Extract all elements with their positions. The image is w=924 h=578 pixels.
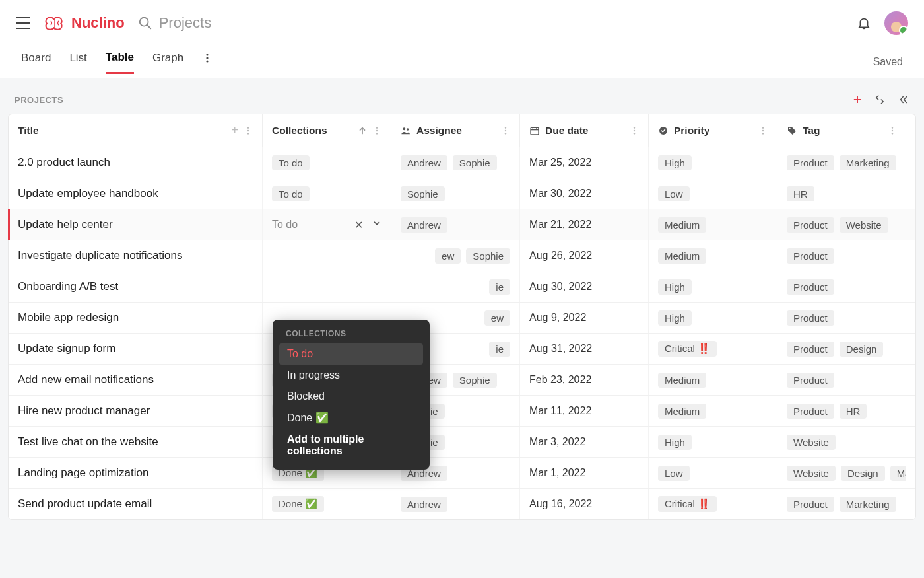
dropdown-add-multiple[interactable]: Add to multiple collections [279,429,423,462]
column-priority-menu[interactable] [758,126,768,135]
cell-priority[interactable]: High [649,303,777,333]
column-priority[interactable]: Priority [649,114,777,147]
cell-tags[interactable]: Product [777,303,906,333]
cell-tags[interactable]: ProductHR [777,396,906,426]
collapse-toggle-button[interactable] [874,94,886,106]
user-avatar[interactable] [884,11,908,35]
cell-collection[interactable]: To do [263,178,391,209]
table-row[interactable]: Update employee handbookTo doSophieMar 3… [9,178,915,209]
column-title[interactable]: Title + [9,114,263,147]
cell-priority[interactable]: Medium [649,365,777,395]
cell-tags[interactable]: ProductMarketing [777,489,906,519]
table-row[interactable]: Send product update emailDoneAndrewAug 1… [9,489,915,519]
table-row[interactable]: Update help centerTo do✕AndrewMar 21, 20… [9,209,915,240]
dropdown-option-done[interactable]: Done ✅ [279,407,423,429]
app-logo[interactable]: Nuclino [44,15,125,32]
cell-assignee[interactable]: Sophie [391,178,520,209]
column-assignee[interactable]: Assignee [391,114,520,147]
cell-tags[interactable]: Product [777,271,906,302]
cell-tags[interactable]: Product [777,365,906,395]
tab-table[interactable]: Table [106,51,134,74]
column-title-menu[interactable] [244,126,253,135]
column-due-date[interactable]: Due date [520,114,649,147]
cell-title[interactable]: Update help center [9,209,263,240]
cell-title[interactable]: Onboarding A/B test [9,271,263,302]
tab-list[interactable]: List [69,52,86,73]
cell-tags[interactable]: ProductWebsite [777,209,906,240]
cell-title[interactable]: Send product update email [9,489,263,519]
tab-board[interactable]: Board [21,52,51,73]
table-row[interactable]: Hire new product managerBlockedSophieMar… [9,396,915,427]
cell-priority[interactable]: High [649,147,777,178]
cell-priority[interactable]: High [649,271,777,302]
cell-title[interactable]: Update employee handbook [9,178,263,209]
cell-tags[interactable]: ProductMarketing [777,147,906,178]
cell-assignee[interactable]: ie [391,271,520,302]
cell-collection[interactable]: To do [263,147,391,178]
cell-priority[interactable]: Low [649,178,777,209]
cell-title[interactable]: Mobile app redesign [9,303,263,333]
dropdown-option-todo[interactable]: To do [279,343,423,365]
cell-title[interactable]: Investigate duplicate notifications [9,240,263,271]
cell-assignee[interactable]: AndrewSophie [391,147,520,178]
cell-priority[interactable]: Low [649,458,777,488]
cell-priority[interactable]: Medium [649,396,777,426]
cell-due-date[interactable]: Mar 21, 2022 [520,209,649,240]
column-assignee-menu[interactable] [501,126,510,135]
cell-title[interactable]: Add new email notifications [9,365,263,395]
cell-assignee[interactable]: Andrew [391,489,520,519]
column-tag[interactable]: Tag [777,114,906,147]
cell-priority[interactable]: Medium [649,209,777,240]
collections-dropdown[interactable]: COLLECTIONS To do In progress Blocked Do… [273,320,430,470]
cell-due-date[interactable]: Feb 23, 2022 [520,365,649,395]
cell-due-date[interactable]: Mar 25, 2022 [520,147,649,178]
cell-due-date[interactable]: Mar 30, 2022 [520,178,649,209]
cell-title[interactable]: 2.0 product launch [9,147,263,178]
cell-due-date[interactable]: Aug 26, 2022 [520,240,649,271]
clear-button[interactable]: ✕ [354,219,363,231]
cell-title[interactable]: Test live chat on the website [9,427,263,457]
sort-asc-icon[interactable] [358,126,367,135]
cell-due-date[interactable]: Mar 1, 2022 [520,458,649,488]
column-collections-menu[interactable] [372,126,381,135]
cell-due-date[interactable]: Aug 30, 2022 [520,271,649,302]
add-column-button[interactable]: + [231,124,238,137]
tab-graph[interactable]: Graph [152,52,183,73]
cell-tags[interactable]: WebsiteDesignMark [777,458,906,488]
open-dropdown-button[interactable] [372,219,381,231]
column-collections[interactable]: Collections [263,114,391,147]
cell-title[interactable]: Landing page optimization [9,458,263,488]
cell-priority[interactable]: High [649,427,777,457]
table-row[interactable]: Test live chat on the websiteDoneSophieM… [9,427,915,458]
table-row[interactable]: Add new email notificationsIn progressAn… [9,365,915,396]
cell-tags[interactable]: Product [777,240,906,271]
cell-due-date[interactable]: Mar 3, 2022 [520,427,649,457]
dropdown-option-inprogress[interactable]: In progress [279,365,423,386]
cell-assignee[interactable]: ewSophie [391,240,520,271]
cell-tags[interactable]: Website [777,427,906,457]
table-row[interactable]: Landing page optimizationDoneAndrewMar 1… [9,458,915,489]
more-views-button[interactable] [202,53,213,71]
column-due-date-menu[interactable] [630,126,639,135]
table-row[interactable]: Update signup formieAug 31, 2022Critical… [9,334,915,365]
column-tag-menu[interactable] [888,126,897,135]
cell-tags[interactable]: HR [777,178,906,209]
hide-panel-button[interactable] [898,94,909,106]
cell-assignee[interactable]: Andrew [391,209,520,240]
table-row[interactable]: Onboarding A/B testieAug 30, 2022HighPro… [9,271,915,303]
cell-collection[interactable]: Done [263,489,391,519]
cell-priority[interactable]: Critical [649,489,777,519]
notifications-icon[interactable] [857,16,871,30]
table-row[interactable]: Investigate duplicate notificationsewSop… [9,240,915,271]
dropdown-option-blocked[interactable]: Blocked [279,386,423,407]
cell-priority[interactable]: Critical [649,334,777,364]
cell-priority[interactable]: Medium [649,240,777,271]
table-row[interactable]: Mobile app redesignewAug 9, 2022HighProd… [9,303,915,334]
cell-due-date[interactable]: Mar 11, 2022 [520,396,649,426]
cell-due-date[interactable]: Aug 31, 2022 [520,334,649,364]
cell-collection[interactable] [263,271,391,302]
cell-collection[interactable]: To do✕ [263,209,391,240]
menu-button[interactable] [16,17,30,29]
table-row[interactable]: 2.0 product launchTo doAndrewSophieMar 2… [9,147,915,178]
cell-title[interactable]: Hire new product manager [9,396,263,426]
